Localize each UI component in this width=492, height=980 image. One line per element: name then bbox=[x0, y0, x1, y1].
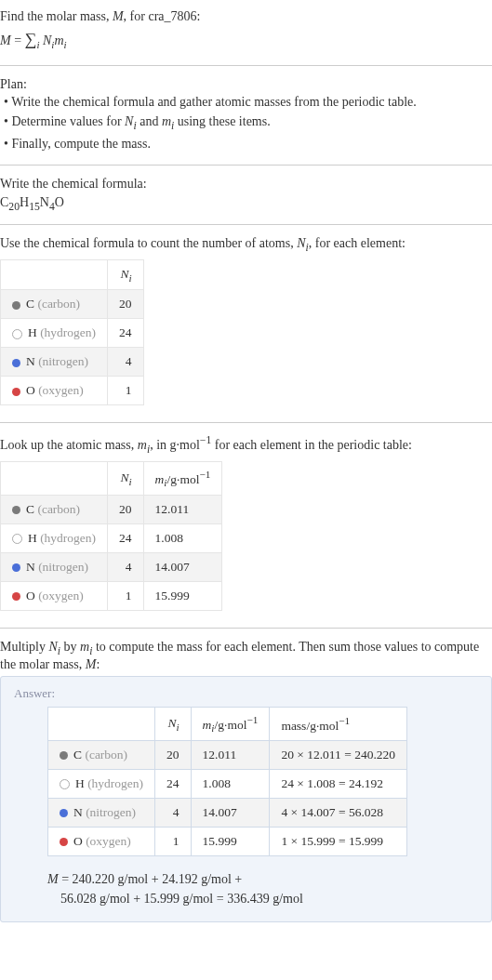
element-cell: H (hydrogen) bbox=[1, 319, 108, 348]
s4-mid: by bbox=[60, 640, 80, 654]
plan-bullets: • Write the chemical formula and gather … bbox=[0, 92, 492, 153]
el-name: (nitrogen) bbox=[38, 354, 88, 368]
ni-val: 20 bbox=[108, 496, 144, 524]
mi-val: 1.008 bbox=[191, 769, 270, 798]
neg1: −1 bbox=[200, 434, 211, 446]
plan-heading: Plan: bbox=[0, 77, 492, 92]
el: C bbox=[26, 502, 34, 516]
table-row: H (hydrogen)241.008 bbox=[1, 524, 222, 553]
divider bbox=[0, 628, 492, 629]
s4-pre: Multiply bbox=[0, 640, 49, 654]
s2-pre: Use the chemical formula to count the nu… bbox=[0, 236, 297, 250]
mass-val: 4 × 14.007 = 56.028 bbox=[270, 798, 407, 827]
table-header-row: Ni mi/g·mol−1 bbox=[1, 461, 222, 495]
ni-h-sub: i bbox=[128, 271, 131, 283]
element-cell: H (hydrogen) bbox=[48, 769, 155, 798]
mi-unit: /g·mol bbox=[215, 717, 247, 731]
element-cell: O (oxygen) bbox=[1, 582, 108, 611]
chemical-formula: C20H15N4O bbox=[0, 192, 492, 213]
plan-b1: • Write the chemical formula and gather … bbox=[4, 92, 492, 112]
chem-c-sub: 20 bbox=[8, 201, 20, 213]
mass-val: 20 × 12.011 = 240.220 bbox=[270, 740, 407, 769]
chem-h-sub: 15 bbox=[29, 201, 40, 213]
el-name: (oxygen) bbox=[38, 589, 84, 603]
final-result: M = 240.220 g/mol + 24.192 g/mol + 56.02… bbox=[47, 862, 478, 908]
ni-val: 1 bbox=[108, 582, 144, 611]
el-name: (oxygen) bbox=[86, 834, 131, 848]
ni-h-sub: i bbox=[128, 475, 131, 486]
s3-mid: , in g·mol bbox=[150, 438, 200, 452]
answer-label: Answer: bbox=[14, 686, 478, 701]
s3-post: for each element in the periodic table: bbox=[211, 438, 412, 452]
ni-header: Ni bbox=[108, 461, 144, 495]
ni-val: 4 bbox=[108, 553, 144, 582]
var-m: M bbox=[113, 9, 124, 23]
el-name: (carbon) bbox=[37, 502, 80, 516]
ni-val: 1 bbox=[155, 827, 192, 855]
el-name: (hydrogen) bbox=[40, 325, 96, 339]
el: C bbox=[73, 748, 82, 761]
table-row: O (oxygen)115.9991 × 15.999 = 15.999 bbox=[48, 827, 407, 855]
neg1: −1 bbox=[199, 469, 210, 480]
el-name: (hydrogen) bbox=[87, 776, 143, 790]
s4-post: : bbox=[96, 657, 100, 671]
mass-val: 24 × 1.008 = 24.192 bbox=[270, 769, 407, 798]
table-row: N (nitrogen)4 bbox=[1, 348, 144, 377]
prompt-text: Find the molar mass, bbox=[0, 9, 113, 23]
mass-val: 1 × 15.999 = 15.999 bbox=[270, 827, 407, 855]
mi-val: 14.007 bbox=[191, 798, 270, 827]
mi-unit: /g·mol bbox=[167, 471, 200, 485]
ni-val: 20 bbox=[108, 290, 144, 319]
element-cell: N (nitrogen) bbox=[48, 798, 155, 827]
el-name: (nitrogen) bbox=[86, 805, 136, 819]
step2-heading: Use the chemical formula to count the nu… bbox=[0, 236, 492, 254]
var-m: M bbox=[86, 657, 97, 671]
final-line1: = 240.220 g/mol + 24.192 g/mol + bbox=[59, 872, 243, 886]
ni-header: Ni bbox=[108, 259, 144, 290]
el: O bbox=[26, 589, 35, 603]
s2-post: , for each element: bbox=[309, 236, 406, 250]
answer-box: Answer: Ni mi/g·mol−1 mass/g·mol−1 C (ca… bbox=[0, 676, 492, 922]
prompt-section: Find the molar mass, M, for cra_7806: M … bbox=[0, 0, 492, 61]
plan-b3: • Finally, compute the mass. bbox=[4, 134, 492, 153]
table-row: C (carbon)20 bbox=[1, 290, 144, 319]
el-name: (oxygen) bbox=[38, 383, 84, 397]
divider bbox=[0, 224, 492, 225]
ni-val: 1 bbox=[108, 377, 144, 405]
mi-val: 15.999 bbox=[191, 827, 270, 855]
table-row: O (oxygen)1 bbox=[1, 377, 144, 405]
ni-val: 24 bbox=[108, 319, 144, 348]
blank-header bbox=[1, 461, 108, 495]
final-line2: 56.028 g/mol + 15.999 g/mol = 336.439 g/… bbox=[60, 892, 303, 906]
el: N bbox=[26, 560, 35, 574]
ni-val: 24 bbox=[155, 769, 192, 798]
molar-mass-formula: M = ∑i Nimi bbox=[0, 26, 492, 54]
chem-n: N bbox=[40, 195, 49, 209]
element-cell: O (oxygen) bbox=[48, 827, 155, 855]
el-name: (carbon) bbox=[85, 748, 127, 761]
el-name: (hydrogen) bbox=[40, 531, 96, 545]
mi-header: mi/g·mol−1 bbox=[143, 461, 222, 495]
mi-val: 15.999 bbox=[143, 582, 222, 611]
divider bbox=[0, 165, 492, 166]
table-header-row: Ni bbox=[1, 259, 144, 290]
el: N bbox=[26, 354, 35, 368]
ni-val: 4 bbox=[108, 348, 144, 377]
divider bbox=[0, 65, 492, 66]
blank-header bbox=[48, 707, 155, 740]
step-formula: Write the chemical formula: C20H15N4O bbox=[0, 169, 492, 220]
table-row: C (carbon)2012.011 bbox=[1, 496, 222, 524]
atomic-mass-table: Ni mi/g·mol−1 C (carbon)2012.011 H (hydr… bbox=[0, 461, 222, 611]
table-row: N (nitrogen)414.007 bbox=[1, 553, 222, 582]
mi-val: 12.011 bbox=[191, 740, 270, 769]
ni-val: 4 bbox=[155, 798, 192, 827]
atom-count-table: Ni C (carbon)20 H (hydrogen)24 N (nitrog… bbox=[0, 259, 144, 406]
table-row: N (nitrogen)414.0074 × 14.007 = 56.028 bbox=[48, 798, 407, 827]
neg1: −1 bbox=[246, 714, 258, 725]
answer-table: Ni mi/g·mol−1 mass/g·mol−1 C (carbon)201… bbox=[47, 707, 407, 856]
neg1: −1 bbox=[339, 715, 350, 726]
chem-c: C bbox=[0, 195, 8, 209]
plan-b2: • Determine values for Ni and mi using t… bbox=[4, 112, 492, 134]
element-cell: N (nitrogen) bbox=[1, 348, 108, 377]
step-count-atoms: Use the chemical formula to count the nu… bbox=[0, 229, 492, 418]
